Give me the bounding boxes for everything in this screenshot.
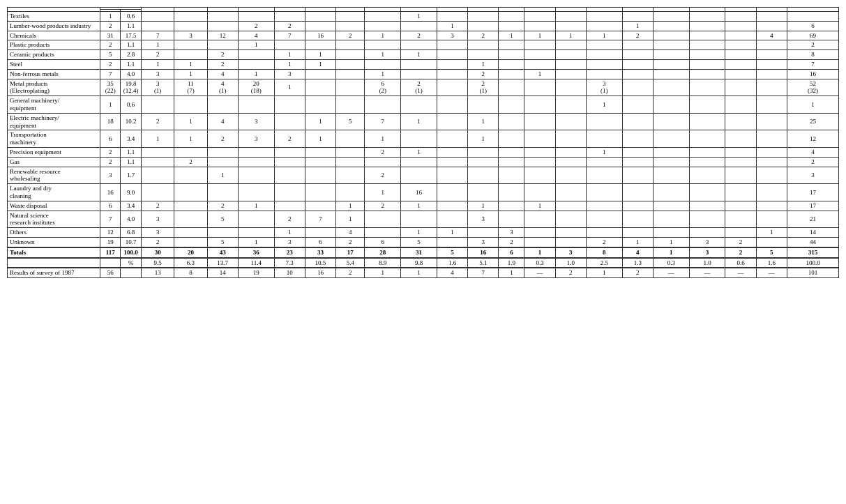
fluorine-cell (524, 40, 555, 50)
trichloro-cell (365, 96, 401, 114)
nickel-cell (555, 21, 586, 31)
pcb-cell: 17 (336, 247, 365, 258)
pcb-cell (336, 79, 365, 96)
others-cell: — (756, 268, 787, 277)
trichloro-cell: 28 (365, 247, 401, 258)
dichloro-cell: 2 (725, 247, 756, 258)
zinc-cell (468, 50, 499, 60)
cyanogen-cell: 20 (174, 247, 207, 258)
copper-cell: 4 (437, 268, 467, 277)
arsenic-cell: 7 (274, 31, 305, 40)
copper-cell (437, 113, 467, 130)
table-row: Waste disposal63.42211211117 (8, 201, 839, 211)
table-row: Plastic products21.1112 (8, 40, 839, 50)
tetrachloro-cell (401, 157, 437, 167)
table-row: Laundry and dry cleaning169.011617 (8, 184, 839, 201)
tri_chloro_ethane-cell (587, 50, 623, 60)
tetrachloro-cell (401, 69, 437, 79)
dichloro-cell (725, 147, 756, 157)
tri_chloro_ethane-cell: 2 (587, 237, 623, 247)
trichloro-cell: 2 (365, 201, 401, 211)
fluorine-cell (524, 184, 555, 201)
num_cases-cell: 2 (100, 147, 121, 157)
total-cell: 315 (787, 247, 839, 258)
industry-cell: Unknown (8, 237, 100, 247)
tetrachloro-cell: 9.8 (401, 258, 437, 268)
cis12-cell: — (689, 268, 725, 277)
pcb-cell (336, 21, 365, 31)
table-row: Others126.8314113114 (8, 228, 839, 238)
tetrachloro-cell: 1 (401, 147, 437, 157)
tri_chloro_ethane-cell (587, 201, 623, 211)
lead-cell: 2 (207, 201, 238, 211)
nickel-cell: 3 (555, 247, 586, 258)
arsenic-cell (274, 40, 305, 50)
tetrachloro_methane-cell (654, 211, 690, 228)
oils-cell (499, 130, 524, 148)
others-cell (756, 21, 787, 31)
dichloro-cell (725, 130, 756, 148)
fluorine-cell (524, 79, 555, 96)
pcb-cell: 1 (336, 211, 365, 228)
oils-cell (499, 167, 524, 184)
hexavalent-cell (238, 167, 274, 184)
lead-cell: 2 (207, 59, 238, 69)
zinc-cell (468, 228, 499, 238)
zinc-cell (468, 21, 499, 31)
cyanogen-cell: 11 (7) (174, 79, 207, 96)
pct-cell: 1.7 (121, 167, 142, 184)
tetrachloro_methane-cell (654, 96, 690, 114)
trichloro-cell: 7 (365, 113, 401, 130)
copper-cell: 1 (437, 228, 467, 238)
cyanogen-cell (174, 12, 207, 22)
fluorine-cell: 1 (524, 69, 555, 79)
mercury-cell (305, 12, 335, 22)
num_cases-cell: 3 (100, 167, 121, 184)
copper-cell (437, 130, 467, 148)
tri_chloro_ethane-cell (587, 184, 623, 201)
table-row: General machinery/ equipment10.611 (8, 96, 839, 114)
pcb-cell (336, 40, 365, 50)
zinc-cell (468, 96, 499, 114)
tri_chloro_ethane-cell: 1 (587, 268, 623, 277)
trichloro-cell: 1 (365, 130, 401, 148)
copper-cell (437, 147, 467, 157)
cis12-cell (689, 50, 725, 60)
industry-cell: Textiles (8, 12, 100, 22)
hexavalent-cell: 1 (238, 69, 274, 79)
table-row: Textiles10.61 (8, 12, 839, 22)
hexavalent-cell (238, 50, 274, 60)
zinc-cell: 1 (468, 59, 499, 69)
phenol-cell (622, 147, 653, 157)
copper-cell: 1 (437, 21, 467, 31)
dichloro-cell: 2 (725, 237, 756, 247)
tetrachloro_methane-cell (654, 50, 690, 60)
cyanogen-cell (174, 237, 207, 247)
zinc-cell: 16 (468, 247, 499, 258)
copper-cell: 5 (437, 247, 467, 258)
oils-cell (499, 211, 524, 228)
hexavalent-cell: 20 (18) (238, 79, 274, 96)
oils-cell: 1 (499, 31, 524, 40)
total-cell: 101 (787, 268, 839, 277)
cyanogen-cell: 1 (174, 69, 207, 79)
trichloro-cell (365, 40, 401, 50)
industry-cell: Transportation machinery (8, 130, 100, 148)
zinc-cell (468, 40, 499, 50)
total-cell (787, 12, 839, 22)
pct-cell: 4.0 (121, 69, 142, 79)
phenol-cell: 1 (622, 237, 653, 247)
copper-cell: 3 (437, 31, 467, 40)
cis12-cell (689, 12, 725, 22)
pcb-cell (336, 147, 365, 157)
industry-cell: Non-ferrous metals (8, 69, 100, 79)
total-cell: 21 (787, 211, 839, 228)
cadmium-cell: 2 (142, 50, 174, 60)
num_cases-cell: 117 (100, 247, 121, 258)
dichloro-cell (725, 12, 756, 22)
pcb-cell (336, 50, 365, 60)
total-cell: 12 (787, 130, 839, 148)
phenol-cell: 4 (622, 247, 653, 258)
hexavalent-cell (238, 228, 274, 238)
others-cell (756, 167, 787, 184)
